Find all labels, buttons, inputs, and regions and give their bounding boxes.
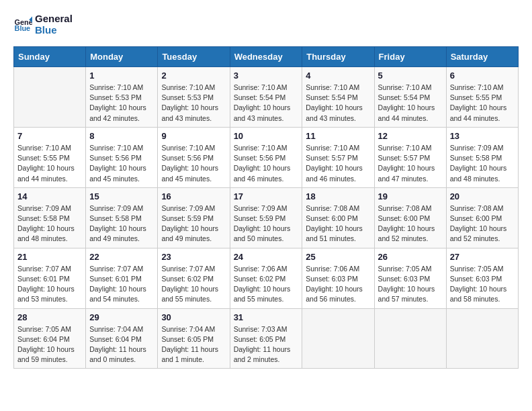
calendar-cell: 17Sunrise: 7:09 AM Sunset: 5:59 PM Dayli… xyxy=(230,187,302,248)
calendar-cell: 6Sunrise: 7:10 AM Sunset: 5:55 PM Daylig… xyxy=(446,67,518,128)
logo-text-general: General xyxy=(35,13,73,25)
day-info: Sunrise: 7:05 AM Sunset: 6:03 PM Dayligh… xyxy=(450,264,515,305)
day-info: Sunrise: 7:06 AM Sunset: 6:02 PM Dayligh… xyxy=(234,264,299,305)
calendar-cell: 5Sunrise: 7:10 AM Sunset: 5:54 PM Daylig… xyxy=(374,67,446,128)
day-info: Sunrise: 7:10 AM Sunset: 5:53 PM Dayligh… xyxy=(161,83,226,124)
day-number: 15 xyxy=(89,191,154,201)
calendar-cell: 28Sunrise: 7:05 AM Sunset: 6:04 PM Dayli… xyxy=(14,308,86,369)
day-info: Sunrise: 7:10 AM Sunset: 5:54 PM Dayligh… xyxy=(378,83,443,124)
header-day-saturday: Saturday xyxy=(446,47,518,67)
day-info: Sunrise: 7:10 AM Sunset: 5:56 PM Dayligh… xyxy=(234,143,299,184)
day-info: Sunrise: 7:10 AM Sunset: 5:54 PM Dayligh… xyxy=(306,83,370,124)
calendar-cell: 10Sunrise: 7:10 AM Sunset: 5:56 PM Dayli… xyxy=(230,127,302,187)
day-info: Sunrise: 7:08 AM Sunset: 6:00 PM Dayligh… xyxy=(378,203,443,244)
day-number: 10 xyxy=(234,131,299,141)
week-row-3: 14Sunrise: 7:09 AM Sunset: 5:58 PM Dayli… xyxy=(14,187,519,248)
day-info: Sunrise: 7:09 AM Sunset: 5:59 PM Dayligh… xyxy=(161,203,226,244)
header-day-thursday: Thursday xyxy=(302,47,374,67)
calendar-cell xyxy=(446,308,518,369)
day-info: Sunrise: 7:09 AM Sunset: 5:58 PM Dayligh… xyxy=(89,203,154,244)
day-number: 14 xyxy=(17,191,82,201)
day-info: Sunrise: 7:09 AM Sunset: 5:59 PM Dayligh… xyxy=(234,203,299,244)
header-row: SundayMondayTuesdayWednesdayThursdayFrid… xyxy=(14,47,519,67)
day-info: Sunrise: 7:09 AM Sunset: 5:58 PM Dayligh… xyxy=(17,203,82,244)
calendar-cell: 27Sunrise: 7:05 AM Sunset: 6:03 PM Dayli… xyxy=(446,248,518,308)
day-number: 27 xyxy=(450,252,515,262)
calendar-cell xyxy=(374,308,446,369)
calendar-cell: 12Sunrise: 7:10 AM Sunset: 5:57 PM Dayli… xyxy=(374,127,446,187)
header-day-monday: Monday xyxy=(86,47,158,67)
calendar-cell: 24Sunrise: 7:06 AM Sunset: 6:02 PM Dayli… xyxy=(230,248,302,308)
calendar-cell: 9Sunrise: 7:10 AM Sunset: 5:56 PM Daylig… xyxy=(158,127,230,187)
day-info: Sunrise: 7:03 AM Sunset: 6:05 PM Dayligh… xyxy=(234,324,299,365)
calendar-cell: 15Sunrise: 7:09 AM Sunset: 5:58 PM Dayli… xyxy=(86,187,158,248)
day-info: Sunrise: 7:10 AM Sunset: 5:54 PM Dayligh… xyxy=(234,83,299,124)
day-info: Sunrise: 7:04 AM Sunset: 6:04 PM Dayligh… xyxy=(89,324,154,365)
calendar-cell: 26Sunrise: 7:05 AM Sunset: 6:03 PM Dayli… xyxy=(374,248,446,308)
calendar-cell: 4Sunrise: 7:10 AM Sunset: 5:54 PM Daylig… xyxy=(302,67,374,128)
day-number: 20 xyxy=(450,191,515,201)
calendar-cell xyxy=(14,67,86,128)
day-info: Sunrise: 7:07 AM Sunset: 6:01 PM Dayligh… xyxy=(17,264,82,305)
day-number: 8 xyxy=(89,131,154,141)
week-row-5: 28Sunrise: 7:05 AM Sunset: 6:04 PM Dayli… xyxy=(14,308,519,369)
calendar-cell: 16Sunrise: 7:09 AM Sunset: 5:59 PM Dayli… xyxy=(158,187,230,248)
day-info: Sunrise: 7:10 AM Sunset: 5:56 PM Dayligh… xyxy=(89,143,154,184)
day-number: 13 xyxy=(450,131,515,141)
calendar-cell xyxy=(302,308,374,369)
calendar-cell: 13Sunrise: 7:09 AM Sunset: 5:58 PM Dayli… xyxy=(446,127,518,187)
day-info: Sunrise: 7:06 AM Sunset: 6:03 PM Dayligh… xyxy=(306,264,370,305)
week-row-4: 21Sunrise: 7:07 AM Sunset: 6:01 PM Dayli… xyxy=(14,248,519,308)
day-number: 29 xyxy=(89,312,154,322)
day-info: Sunrise: 7:10 AM Sunset: 5:57 PM Dayligh… xyxy=(378,143,443,184)
day-number: 4 xyxy=(306,71,370,81)
day-info: Sunrise: 7:10 AM Sunset: 5:55 PM Dayligh… xyxy=(450,83,515,124)
day-number: 9 xyxy=(161,131,226,141)
day-number: 11 xyxy=(306,131,370,141)
day-number: 16 xyxy=(161,191,226,201)
day-number: 18 xyxy=(306,191,370,201)
calendar-cell: 19Sunrise: 7:08 AM Sunset: 6:00 PM Dayli… xyxy=(374,187,446,248)
header-day-sunday: Sunday xyxy=(14,47,86,67)
logo: General Blue General Blue xyxy=(13,13,73,36)
day-number: 6 xyxy=(450,71,515,81)
day-info: Sunrise: 7:10 AM Sunset: 5:57 PM Dayligh… xyxy=(306,143,370,184)
page-header: General Blue General Blue xyxy=(13,13,519,36)
day-number: 28 xyxy=(17,312,82,322)
week-row-2: 7Sunrise: 7:10 AM Sunset: 5:55 PM Daylig… xyxy=(14,127,519,187)
day-info: Sunrise: 7:05 AM Sunset: 6:04 PM Dayligh… xyxy=(17,324,82,365)
calendar-cell: 22Sunrise: 7:07 AM Sunset: 6:01 PM Dayli… xyxy=(86,248,158,308)
day-number: 23 xyxy=(161,252,226,262)
calendar-cell: 23Sunrise: 7:07 AM Sunset: 6:02 PM Dayli… xyxy=(158,248,230,308)
calendar-cell: 30Sunrise: 7:04 AM Sunset: 6:05 PM Dayli… xyxy=(158,308,230,369)
day-info: Sunrise: 7:07 AM Sunset: 6:02 PM Dayligh… xyxy=(161,264,226,305)
calendar-cell: 20Sunrise: 7:08 AM Sunset: 6:00 PM Dayli… xyxy=(446,187,518,248)
day-number: 30 xyxy=(161,312,226,322)
day-number: 7 xyxy=(17,131,82,141)
day-number: 22 xyxy=(89,252,154,262)
calendar-cell: 2Sunrise: 7:10 AM Sunset: 5:53 PM Daylig… xyxy=(158,67,230,128)
day-number: 26 xyxy=(378,252,443,262)
calendar-cell: 29Sunrise: 7:04 AM Sunset: 6:04 PM Dayli… xyxy=(86,308,158,369)
logo-icon: General Blue xyxy=(13,15,32,34)
day-info: Sunrise: 7:10 AM Sunset: 5:55 PM Dayligh… xyxy=(17,143,82,184)
day-number: 25 xyxy=(306,252,370,262)
calendar-cell: 1Sunrise: 7:10 AM Sunset: 5:53 PM Daylig… xyxy=(86,67,158,128)
calendar-cell: 8Sunrise: 7:10 AM Sunset: 5:56 PM Daylig… xyxy=(86,127,158,187)
day-number: 31 xyxy=(234,312,299,322)
day-info: Sunrise: 7:10 AM Sunset: 5:56 PM Dayligh… xyxy=(161,143,226,184)
logo-text-blue: Blue xyxy=(35,25,73,36)
day-info: Sunrise: 7:08 AM Sunset: 6:00 PM Dayligh… xyxy=(306,203,370,244)
day-number: 3 xyxy=(234,71,299,81)
calendar-cell: 25Sunrise: 7:06 AM Sunset: 6:03 PM Dayli… xyxy=(302,248,374,308)
day-info: Sunrise: 7:04 AM Sunset: 6:05 PM Dayligh… xyxy=(161,324,226,365)
header-day-wednesday: Wednesday xyxy=(230,47,302,67)
day-number: 5 xyxy=(378,71,443,81)
day-info: Sunrise: 7:08 AM Sunset: 6:00 PM Dayligh… xyxy=(450,203,515,244)
calendar-cell: 31Sunrise: 7:03 AM Sunset: 6:05 PM Dayli… xyxy=(230,308,302,369)
calendar-table: SundayMondayTuesdayWednesdayThursdayFrid… xyxy=(13,46,519,369)
day-number: 21 xyxy=(17,252,82,262)
calendar-cell: 7Sunrise: 7:10 AM Sunset: 5:55 PM Daylig… xyxy=(14,127,86,187)
calendar-cell: 11Sunrise: 7:10 AM Sunset: 5:57 PM Dayli… xyxy=(302,127,374,187)
day-info: Sunrise: 7:07 AM Sunset: 6:01 PM Dayligh… xyxy=(89,264,154,305)
